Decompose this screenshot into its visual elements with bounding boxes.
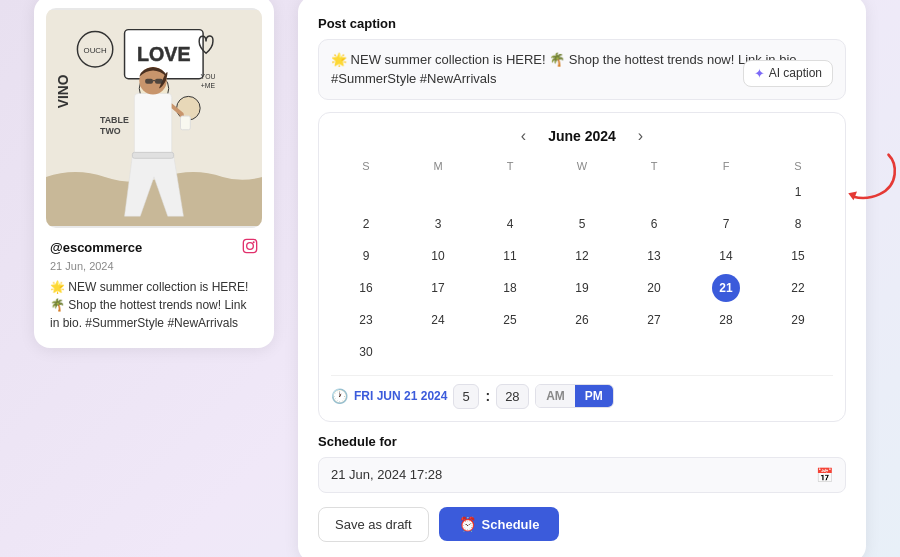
calendar-day[interactable]: 3 (424, 210, 452, 238)
svg-marker-23 (848, 191, 857, 200)
preview-date: 21 Jun, 2024 (50, 260, 258, 272)
calendar-empty-cell (712, 338, 740, 366)
hour-select[interactable]: 5 (453, 384, 479, 409)
calendar-day[interactable]: 2 (352, 210, 380, 238)
svg-rect-16 (155, 78, 163, 83)
preview-caption: 🌟 NEW summer collection is HERE! 🌴 Shop … (50, 278, 258, 332)
calendar-day[interactable]: 24 (424, 306, 452, 334)
svg-point-22 (253, 241, 255, 243)
svg-rect-15 (145, 78, 153, 83)
calendar-day-header: T (619, 157, 689, 175)
calendar-day[interactable]: 27 (640, 306, 668, 334)
calendar-empty-cell (568, 178, 596, 206)
calendar-empty-cell (568, 338, 596, 366)
main-container: LOVE OUCH YOU +ME VINO TABLE TWO (10, 0, 890, 557)
schedule-for-label: Schedule for (318, 434, 846, 449)
calendar-day[interactable]: 23 (352, 306, 380, 334)
preview-username-row: @escommerce (50, 238, 258, 258)
time-row: 🕐 FRI JUN 21 2024 5 : 28 AM PM (331, 375, 833, 409)
calendar-day[interactable]: 30 (352, 338, 380, 366)
svg-text:VINO: VINO (56, 74, 71, 108)
calendar-day[interactable]: 8 (784, 210, 812, 238)
bottom-actions: Save as draft ⏰ Schedule (318, 507, 846, 542)
caption-box: 🌟 NEW summer collection is HERE! 🌴 Shop … (318, 39, 846, 100)
calendar-day[interactable]: 17 (424, 274, 452, 302)
svg-text:TWO: TWO (100, 125, 121, 135)
calendar-day[interactable]: 11 (496, 242, 524, 270)
calendar-prev-button[interactable]: ‹ (515, 125, 532, 147)
am-button[interactable]: AM (536, 385, 575, 407)
calendar-day-header: M (403, 157, 473, 175)
calendar-grid: SMTWTFS123456789101112131415161718192021… (331, 157, 833, 367)
time-day-label: FRI JUN 21 2024 (354, 389, 447, 403)
calendar-empty-cell (640, 178, 668, 206)
svg-rect-13 (134, 93, 171, 157)
schedule-button[interactable]: ⏰ Schedule (439, 507, 560, 541)
calendar-day[interactable]: 16 (352, 274, 380, 302)
username-text: @escommerce (50, 240, 142, 255)
calendar-empty-cell (424, 178, 452, 206)
schedule-for-section: Schedule for 21 Jun, 2024 17:28 📅 (318, 434, 846, 493)
svg-text:TABLE: TABLE (100, 114, 129, 124)
calendar-day-header: S (763, 157, 833, 175)
calendar-header: ‹ June 2024 › (331, 125, 833, 147)
calendar-day[interactable]: 26 (568, 306, 596, 334)
calendar-day-header: F (691, 157, 761, 175)
schedule-icon: ⏰ (459, 516, 476, 532)
calendar-day[interactable]: 10 (424, 242, 452, 270)
preview-meta: @escommerce 21 Jun, 2024 🌟 NEW summer co… (46, 228, 262, 336)
minute-select[interactable]: 28 (496, 384, 529, 409)
ai-caption-label: AI caption (769, 66, 822, 80)
sparkle-icon: ✦ (754, 66, 765, 81)
svg-rect-20 (243, 239, 256, 252)
preview-card: LOVE OUCH YOU +ME VINO TABLE TWO (34, 0, 274, 348)
calendar-day[interactable]: 14 (712, 242, 740, 270)
ai-caption-button[interactable]: ✦ AI caption (743, 60, 833, 87)
schedule-label: Schedule (482, 517, 540, 532)
calendar-day[interactable]: 20 (640, 274, 668, 302)
calendar-day[interactable]: 6 (640, 210, 668, 238)
calendar-month-title: June 2024 (548, 128, 616, 144)
calendar-small-icon: 📅 (816, 467, 833, 483)
save-draft-button[interactable]: Save as draft (318, 507, 429, 542)
instagram-icon (242, 238, 258, 258)
calendar-day[interactable]: 15 (784, 242, 812, 270)
calendar-day[interactable]: 13 (640, 242, 668, 270)
calendar-day[interactable]: 22 (784, 274, 812, 302)
calendar-day-header: S (331, 157, 401, 175)
pm-button[interactable]: PM (575, 385, 613, 407)
schedule-date-box[interactable]: 21 Jun, 2024 17:28 📅 (318, 457, 846, 493)
svg-rect-18 (181, 116, 191, 130)
calendar-next-button[interactable]: › (632, 125, 649, 147)
preview-image: LOVE OUCH YOU +ME VINO TABLE TWO (46, 8, 262, 228)
calendar-day[interactable]: 5 (568, 210, 596, 238)
calendar-day[interactable]: 29 (784, 306, 812, 334)
calendar-day[interactable]: 9 (352, 242, 380, 270)
calendar-day[interactable]: 25 (496, 306, 524, 334)
svg-point-21 (247, 242, 254, 249)
svg-text:+ME: +ME (201, 81, 216, 88)
calendar-day[interactable]: 19 (568, 274, 596, 302)
post-caption-label: Post caption (318, 16, 846, 31)
right-panel: Post caption 🌟 NEW summer collection is … (298, 0, 866, 557)
calendar-day[interactable]: 12 (568, 242, 596, 270)
caption-text: 🌟 NEW summer collection is HERE! 🌴 Shop … (331, 52, 800, 87)
calendar-empty-cell (352, 178, 380, 206)
svg-rect-19 (132, 152, 173, 158)
calendar-container: ‹ June 2024 › SMTWTFS1234567891011121314… (318, 112, 846, 422)
calendar-empty-cell (496, 338, 524, 366)
ampm-group: AM PM (535, 384, 614, 408)
calendar-day[interactable]: 1 (784, 178, 812, 206)
calendar-empty-cell (424, 338, 452, 366)
schedule-date-text: 21 Jun, 2024 17:28 (331, 467, 442, 482)
svg-text:LOVE: LOVE (137, 43, 190, 65)
svg-text:YOU: YOU (201, 72, 216, 79)
calendar-day[interactable]: 21 (712, 274, 740, 302)
calendar-empty-cell (640, 338, 668, 366)
clock-icon: 🕐 (331, 388, 348, 404)
calendar-day[interactable]: 28 (712, 306, 740, 334)
calendar-day[interactable]: 7 (712, 210, 740, 238)
calendar-day-header: W (547, 157, 617, 175)
calendar-day[interactable]: 4 (496, 210, 524, 238)
calendar-day[interactable]: 18 (496, 274, 524, 302)
